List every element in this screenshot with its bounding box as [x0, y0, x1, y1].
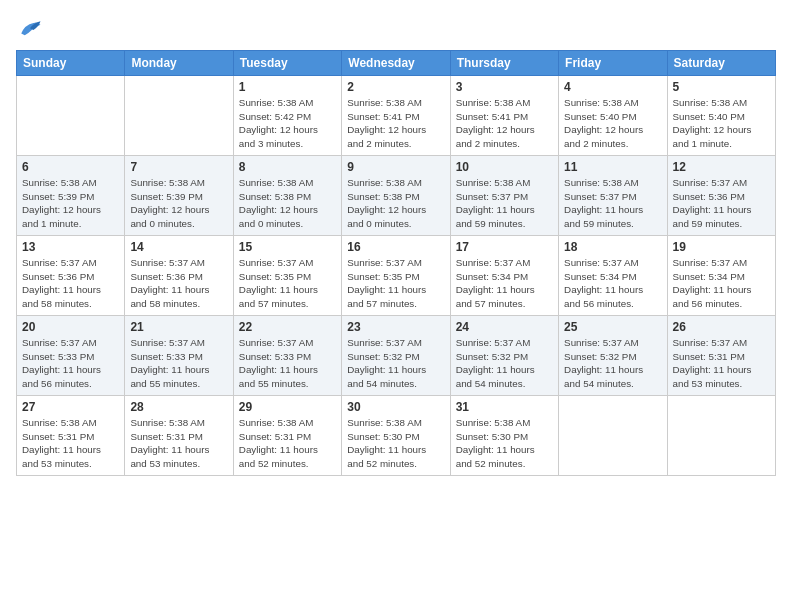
day-number: 28 [130, 400, 227, 414]
day-number: 31 [456, 400, 553, 414]
calendar-cell: 1Sunrise: 5:38 AM Sunset: 5:42 PM Daylig… [233, 76, 341, 156]
day-number: 3 [456, 80, 553, 94]
calendar-cell: 5Sunrise: 5:38 AM Sunset: 5:40 PM Daylig… [667, 76, 775, 156]
day-detail: Sunrise: 5:38 AM Sunset: 5:38 PM Dayligh… [239, 176, 336, 231]
day-number: 29 [239, 400, 336, 414]
calendar-cell: 30Sunrise: 5:38 AM Sunset: 5:30 PM Dayli… [342, 396, 450, 476]
calendar-cell: 23Sunrise: 5:37 AM Sunset: 5:32 PM Dayli… [342, 316, 450, 396]
calendar-cell: 20Sunrise: 5:37 AM Sunset: 5:33 PM Dayli… [17, 316, 125, 396]
calendar-cell: 7Sunrise: 5:38 AM Sunset: 5:39 PM Daylig… [125, 156, 233, 236]
day-number: 27 [22, 400, 119, 414]
day-detail: Sunrise: 5:37 AM Sunset: 5:34 PM Dayligh… [673, 256, 770, 311]
calendar-week-row: 1Sunrise: 5:38 AM Sunset: 5:42 PM Daylig… [17, 76, 776, 156]
calendar-week-row: 6Sunrise: 5:38 AM Sunset: 5:39 PM Daylig… [17, 156, 776, 236]
calendar-cell: 3Sunrise: 5:38 AM Sunset: 5:41 PM Daylig… [450, 76, 558, 156]
calendar-cell: 25Sunrise: 5:37 AM Sunset: 5:32 PM Dayli… [559, 316, 667, 396]
day-detail: Sunrise: 5:37 AM Sunset: 5:34 PM Dayligh… [564, 256, 661, 311]
calendar-cell: 4Sunrise: 5:38 AM Sunset: 5:40 PM Daylig… [559, 76, 667, 156]
day-detail: Sunrise: 5:38 AM Sunset: 5:42 PM Dayligh… [239, 96, 336, 151]
day-number: 19 [673, 240, 770, 254]
day-number: 24 [456, 320, 553, 334]
calendar-cell: 29Sunrise: 5:38 AM Sunset: 5:31 PM Dayli… [233, 396, 341, 476]
day-number: 22 [239, 320, 336, 334]
calendar-cell [559, 396, 667, 476]
day-number: 18 [564, 240, 661, 254]
calendar-cell: 27Sunrise: 5:38 AM Sunset: 5:31 PM Dayli… [17, 396, 125, 476]
day-detail: Sunrise: 5:38 AM Sunset: 5:31 PM Dayligh… [22, 416, 119, 471]
calendar-cell: 12Sunrise: 5:37 AM Sunset: 5:36 PM Dayli… [667, 156, 775, 236]
calendar-week-row: 27Sunrise: 5:38 AM Sunset: 5:31 PM Dayli… [17, 396, 776, 476]
day-number: 17 [456, 240, 553, 254]
calendar-cell: 21Sunrise: 5:37 AM Sunset: 5:33 PM Dayli… [125, 316, 233, 396]
day-number: 13 [22, 240, 119, 254]
day-number: 25 [564, 320, 661, 334]
day-detail: Sunrise: 5:38 AM Sunset: 5:41 PM Dayligh… [456, 96, 553, 151]
calendar-cell: 17Sunrise: 5:37 AM Sunset: 5:34 PM Dayli… [450, 236, 558, 316]
calendar-week-row: 20Sunrise: 5:37 AM Sunset: 5:33 PM Dayli… [17, 316, 776, 396]
day-detail: Sunrise: 5:37 AM Sunset: 5:36 PM Dayligh… [130, 256, 227, 311]
calendar-cell: 31Sunrise: 5:38 AM Sunset: 5:30 PM Dayli… [450, 396, 558, 476]
day-detail: Sunrise: 5:37 AM Sunset: 5:33 PM Dayligh… [22, 336, 119, 391]
day-detail: Sunrise: 5:38 AM Sunset: 5:40 PM Dayligh… [673, 96, 770, 151]
calendar-cell: 6Sunrise: 5:38 AM Sunset: 5:39 PM Daylig… [17, 156, 125, 236]
day-number: 21 [130, 320, 227, 334]
day-number: 30 [347, 400, 444, 414]
calendar-cell [667, 396, 775, 476]
day-number: 7 [130, 160, 227, 174]
day-detail: Sunrise: 5:38 AM Sunset: 5:39 PM Dayligh… [22, 176, 119, 231]
day-detail: Sunrise: 5:38 AM Sunset: 5:31 PM Dayligh… [130, 416, 227, 471]
weekday-header-row: SundayMondayTuesdayWednesdayThursdayFrid… [17, 51, 776, 76]
logo-icon [16, 16, 44, 44]
day-detail: Sunrise: 5:38 AM Sunset: 5:37 PM Dayligh… [456, 176, 553, 231]
calendar-cell: 13Sunrise: 5:37 AM Sunset: 5:36 PM Dayli… [17, 236, 125, 316]
page-header [16, 16, 776, 44]
day-detail: Sunrise: 5:37 AM Sunset: 5:36 PM Dayligh… [673, 176, 770, 231]
day-detail: Sunrise: 5:38 AM Sunset: 5:41 PM Dayligh… [347, 96, 444, 151]
weekday-header-friday: Friday [559, 51, 667, 76]
calendar-cell [125, 76, 233, 156]
day-detail: Sunrise: 5:37 AM Sunset: 5:33 PM Dayligh… [130, 336, 227, 391]
day-number: 26 [673, 320, 770, 334]
day-detail: Sunrise: 5:37 AM Sunset: 5:35 PM Dayligh… [239, 256, 336, 311]
day-number: 4 [564, 80, 661, 94]
calendar-week-row: 13Sunrise: 5:37 AM Sunset: 5:36 PM Dayli… [17, 236, 776, 316]
calendar-cell: 2Sunrise: 5:38 AM Sunset: 5:41 PM Daylig… [342, 76, 450, 156]
calendar-table: SundayMondayTuesdayWednesdayThursdayFrid… [16, 50, 776, 476]
calendar-cell: 26Sunrise: 5:37 AM Sunset: 5:31 PM Dayli… [667, 316, 775, 396]
day-detail: Sunrise: 5:37 AM Sunset: 5:32 PM Dayligh… [456, 336, 553, 391]
day-number: 15 [239, 240, 336, 254]
weekday-header-monday: Monday [125, 51, 233, 76]
weekday-header-saturday: Saturday [667, 51, 775, 76]
day-detail: Sunrise: 5:38 AM Sunset: 5:39 PM Dayligh… [130, 176, 227, 231]
calendar-cell: 10Sunrise: 5:38 AM Sunset: 5:37 PM Dayli… [450, 156, 558, 236]
calendar-cell: 22Sunrise: 5:37 AM Sunset: 5:33 PM Dayli… [233, 316, 341, 396]
day-detail: Sunrise: 5:38 AM Sunset: 5:40 PM Dayligh… [564, 96, 661, 151]
day-number: 10 [456, 160, 553, 174]
calendar-cell: 24Sunrise: 5:37 AM Sunset: 5:32 PM Dayli… [450, 316, 558, 396]
day-number: 6 [22, 160, 119, 174]
calendar-cell: 15Sunrise: 5:37 AM Sunset: 5:35 PM Dayli… [233, 236, 341, 316]
day-detail: Sunrise: 5:38 AM Sunset: 5:30 PM Dayligh… [347, 416, 444, 471]
day-detail: Sunrise: 5:37 AM Sunset: 5:32 PM Dayligh… [347, 336, 444, 391]
calendar-cell [17, 76, 125, 156]
calendar-cell: 18Sunrise: 5:37 AM Sunset: 5:34 PM Dayli… [559, 236, 667, 316]
day-number: 23 [347, 320, 444, 334]
day-detail: Sunrise: 5:37 AM Sunset: 5:31 PM Dayligh… [673, 336, 770, 391]
calendar-cell: 16Sunrise: 5:37 AM Sunset: 5:35 PM Dayli… [342, 236, 450, 316]
day-detail: Sunrise: 5:37 AM Sunset: 5:36 PM Dayligh… [22, 256, 119, 311]
day-number: 8 [239, 160, 336, 174]
day-number: 12 [673, 160, 770, 174]
day-number: 11 [564, 160, 661, 174]
day-detail: Sunrise: 5:38 AM Sunset: 5:31 PM Dayligh… [239, 416, 336, 471]
calendar-cell: 14Sunrise: 5:37 AM Sunset: 5:36 PM Dayli… [125, 236, 233, 316]
day-number: 14 [130, 240, 227, 254]
day-number: 20 [22, 320, 119, 334]
weekday-header-tuesday: Tuesday [233, 51, 341, 76]
day-detail: Sunrise: 5:37 AM Sunset: 5:32 PM Dayligh… [564, 336, 661, 391]
weekday-header-thursday: Thursday [450, 51, 558, 76]
day-detail: Sunrise: 5:37 AM Sunset: 5:35 PM Dayligh… [347, 256, 444, 311]
calendar-cell: 19Sunrise: 5:37 AM Sunset: 5:34 PM Dayli… [667, 236, 775, 316]
day-number: 16 [347, 240, 444, 254]
logo [16, 16, 48, 44]
calendar-cell: 28Sunrise: 5:38 AM Sunset: 5:31 PM Dayli… [125, 396, 233, 476]
